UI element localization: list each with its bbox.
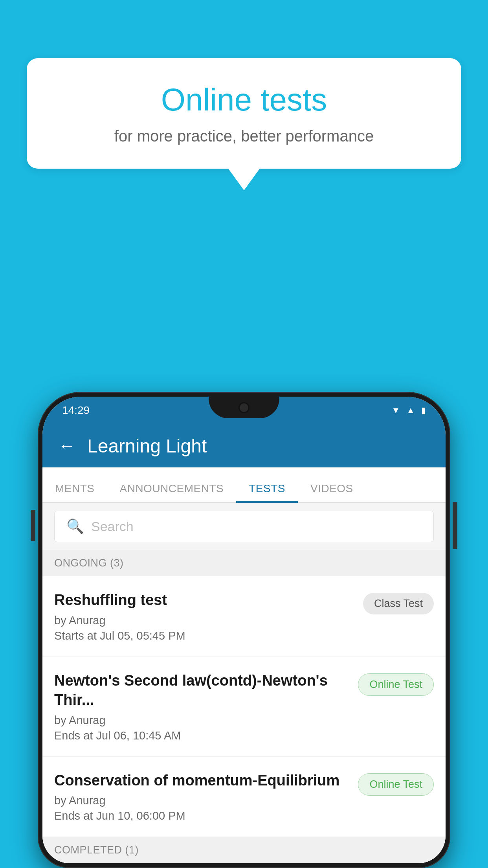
search-input[interactable]: Search bbox=[91, 519, 134, 534]
app-title: Learning Light bbox=[87, 435, 207, 457]
test-author-3: by Anurag bbox=[54, 794, 350, 807]
tabs-bar: MENTS ANNOUNCEMENTS TESTS VIDEOS bbox=[42, 467, 446, 503]
test-date-3: Ends at Jun 10, 06:00 PM bbox=[54, 809, 350, 822]
signal-icon: ▲ bbox=[406, 405, 415, 416]
wifi-icon: ▼ bbox=[391, 405, 400, 416]
phone-volume-button bbox=[31, 510, 35, 541]
speech-bubble-title: Online tests bbox=[58, 82, 430, 118]
test-name-2: Newton's Second law(contd)-Newton's Thir… bbox=[54, 671, 350, 710]
phone-outer: 14:29 ▼ ▲ ▮ ← Learning Light MENTS bbox=[38, 392, 450, 868]
ongoing-section-header: ONGOING (3) bbox=[42, 550, 446, 576]
search-bar[interactable]: 🔍 Search bbox=[54, 511, 434, 542]
test-author-2: by Anurag bbox=[54, 714, 350, 727]
test-item-3[interactable]: Conservation of momentum-Equilibrium by … bbox=[42, 757, 446, 837]
speech-bubble-arrow bbox=[228, 169, 260, 190]
test-name-1: Reshuffling test bbox=[54, 590, 355, 610]
test-author-1: by Anurag bbox=[54, 614, 355, 627]
speech-bubble-container: Online tests for more practice, better p… bbox=[27, 58, 461, 190]
test-item-1[interactable]: Reshuffling test by Anurag Starts at Jul… bbox=[42, 576, 446, 657]
status-icons: ▼ ▲ ▮ bbox=[391, 405, 426, 416]
test-info-1: Reshuffling test by Anurag Starts at Jul… bbox=[54, 590, 355, 642]
app-header: ← Learning Light bbox=[42, 424, 446, 467]
camera bbox=[238, 402, 250, 413]
back-button[interactable]: ← bbox=[58, 436, 75, 456]
tab-videos[interactable]: VIDEOS bbox=[298, 482, 366, 502]
test-info-2: Newton's Second law(contd)-Newton's Thir… bbox=[54, 671, 350, 742]
test-date-1: Starts at Jul 05, 05:45 PM bbox=[54, 629, 355, 642]
test-badge-3: Online Test bbox=[358, 773, 434, 796]
test-list: Reshuffling test by Anurag Starts at Jul… bbox=[42, 576, 446, 837]
test-badge-2: Online Test bbox=[358, 673, 434, 696]
battery-icon: ▮ bbox=[421, 405, 426, 416]
search-container: 🔍 Search bbox=[42, 503, 446, 550]
phone-wrapper: 14:29 ▼ ▲ ▮ ← Learning Light MENTS bbox=[38, 392, 450, 868]
notch bbox=[209, 397, 279, 418]
search-icon: 🔍 bbox=[66, 518, 84, 535]
speech-bubble-subtitle: for more practice, better performance bbox=[58, 127, 430, 145]
test-badge-1: Class Test bbox=[363, 593, 434, 614]
tab-ments[interactable]: MENTS bbox=[42, 482, 107, 502]
speech-bubble: Online tests for more practice, better p… bbox=[27, 58, 461, 169]
tab-announcements[interactable]: ANNOUNCEMENTS bbox=[107, 482, 237, 502]
test-info-3: Conservation of momentum-Equilibrium by … bbox=[54, 771, 350, 822]
status-bar: 14:29 ▼ ▲ ▮ bbox=[42, 397, 446, 424]
status-time: 14:29 bbox=[62, 404, 90, 417]
test-date-2: Ends at Jul 06, 10:45 AM bbox=[54, 729, 350, 742]
phone-power-button bbox=[453, 502, 457, 549]
test-name-3: Conservation of momentum-Equilibrium bbox=[54, 771, 350, 790]
completed-section-header: COMPLETED (1) bbox=[42, 837, 446, 863]
tab-tests[interactable]: TESTS bbox=[236, 482, 298, 502]
test-item-2[interactable]: Newton's Second law(contd)-Newton's Thir… bbox=[42, 657, 446, 757]
phone-screen: 14:29 ▼ ▲ ▮ ← Learning Light MENTS bbox=[42, 397, 446, 863]
